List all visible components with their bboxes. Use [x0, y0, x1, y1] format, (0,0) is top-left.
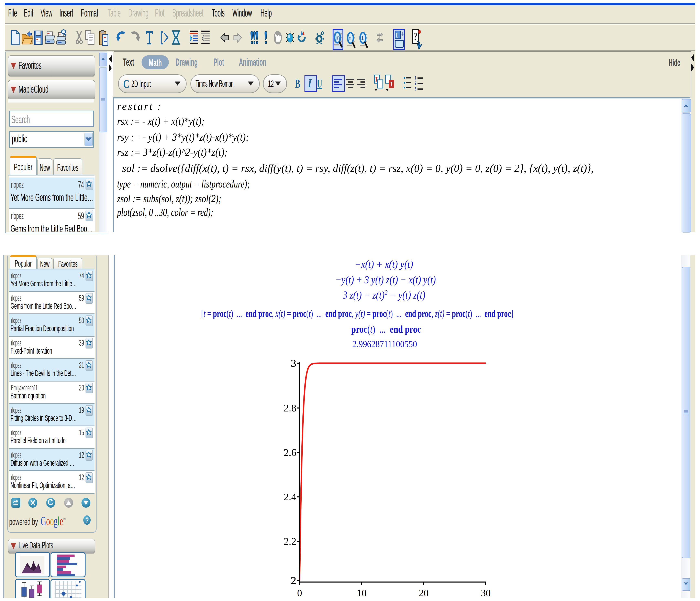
svg-text:3: 3: [415, 86, 416, 91]
svg-text:3: 3: [291, 358, 296, 369]
svg-text:?: ?: [414, 30, 417, 43]
svg-text:2.4: 2.4: [284, 491, 296, 503]
svg-text:m: m: [335, 34, 340, 41]
svg-text:10: 10: [357, 587, 367, 598]
svg-text:20: 20: [419, 587, 428, 598]
svg-text:2: 2: [415, 80, 416, 86]
svg-text:0: 0: [297, 587, 302, 598]
svg-text:30: 30: [481, 587, 491, 598]
svg-text:T: T: [390, 80, 393, 88]
svg-text:2.2: 2.2: [284, 535, 296, 547]
svg-text:2.8: 2.8: [284, 402, 296, 414]
svg-text:I: I: [396, 31, 398, 39]
svg-text:+: +: [401, 30, 405, 38]
svg-text:1: 1: [361, 35, 364, 41]
svg-text:2: 2: [291, 575, 296, 586]
svg-text:2.6: 2.6: [284, 447, 296, 458]
svg-text:1: 1: [415, 76, 416, 80]
svg-text:n: n: [348, 35, 351, 41]
